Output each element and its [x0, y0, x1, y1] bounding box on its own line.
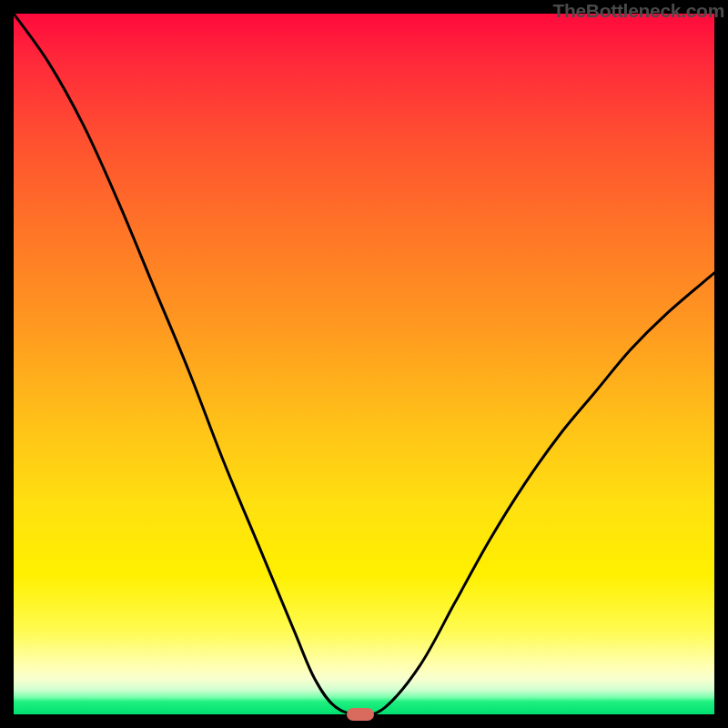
- optimal-point-marker: [347, 708, 374, 721]
- plot-gradient-area: [14, 14, 714, 714]
- attribution-label: TheBottleneck.com: [552, 0, 724, 22]
- bottleneck-chart: TheBottleneck.com: [0, 0, 728, 728]
